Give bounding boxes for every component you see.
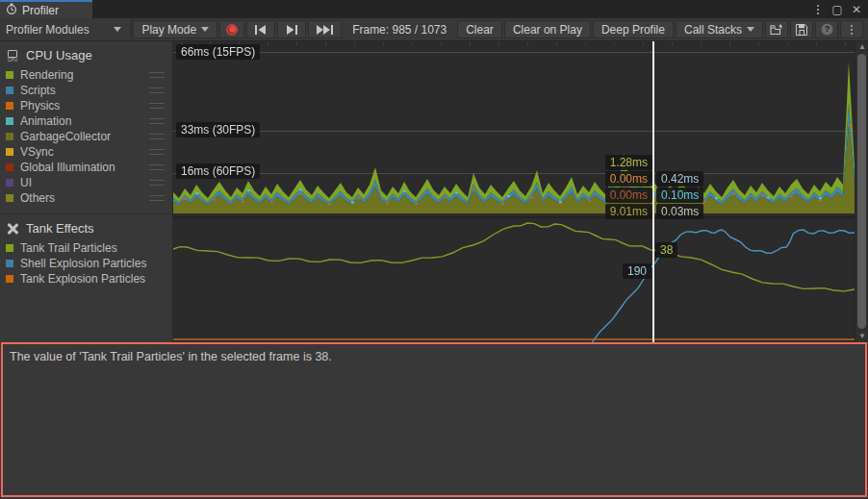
tooltip-rendering-value: 1.28ms: [605, 155, 652, 170]
tooltip-scripts-value: 0.42ms: [656, 171, 703, 187]
legend-swatch: [6, 87, 13, 94]
sidebar-item-shell-explosion-particles[interactable]: Shell Explosion Particles: [0, 256, 172, 271]
sidebar-item-global-illumination[interactable]: Global Illumination: [0, 160, 172, 175]
play-mode-label: Play Mode: [141, 23, 196, 37]
drag-handle-icon[interactable]: [149, 195, 165, 201]
legend-swatch: [6, 244, 13, 252]
clear-on-play-button[interactable]: Clear on Play: [504, 20, 591, 38]
sidebar-item-scripts[interactable]: Scripts: [0, 83, 172, 98]
save-profile-button[interactable]: [790, 20, 813, 38]
tab-profiler[interactable]: Profiler: [0, 0, 92, 18]
legend-swatch: [6, 179, 13, 187]
sidebar-item-tank-trail-particles[interactable]: Tank Trail Particles: [0, 240, 172, 256]
drag-handle-icon[interactable]: [149, 164, 165, 170]
frame-counter: Frame: 985 / 1073: [344, 20, 455, 38]
module-header-tank-effects[interactable]: Tank Effects: [0, 214, 172, 240]
tab-title: Profiler: [22, 4, 59, 17]
skip-back-icon: [255, 25, 267, 35]
title-bar: Profiler ▢ ✕: [0, 0, 868, 18]
legend-swatch: [6, 194, 13, 202]
chevron-down-icon: [747, 27, 754, 32]
legend-swatch: [6, 71, 13, 79]
drag-handle-icon[interactable]: [149, 72, 165, 78]
sidebar-item-tank-explosion-particles[interactable]: Tank Explosion Particles: [0, 271, 172, 287]
profiler-modules-dropdown[interactable]: Profiler Modules: [0, 18, 132, 40]
toolbar-menu-button[interactable]: [840, 20, 863, 38]
record-button[interactable]: [219, 20, 244, 38]
guide-label-33ms: 33ms (30FPS): [176, 122, 260, 137]
legend-swatch: [6, 275, 13, 283]
drag-handle-icon[interactable]: [149, 149, 165, 155]
drag-handle-icon[interactable]: [149, 134, 165, 139]
drag-handle-icon[interactable]: [149, 118, 165, 124]
legend-swatch: [6, 148, 13, 156]
drag-handle-icon[interactable]: [149, 180, 165, 186]
chevron-down-icon: [114, 27, 121, 32]
charts-scrollbar[interactable]: ▲ ▼: [855, 41, 868, 342]
legend-swatch: [6, 133, 13, 140]
legend-swatch: [6, 117, 13, 125]
play-mode-dropdown[interactable]: Play Mode: [133, 20, 217, 38]
legend-swatch: [6, 260, 13, 267]
tank-effects-chart[interactable]: [173, 218, 855, 342]
sidebar-item-physics[interactable]: Physics: [0, 98, 172, 113]
scroll-up-icon[interactable]: ▲: [855, 41, 868, 53]
step-forward-icon: [286, 25, 297, 35]
module-header-cpu-usage[interactable]: CPU CPU Usage: [0, 41, 172, 67]
tank-effects-panel: [173, 216, 855, 342]
sidebar-item-rendering[interactable]: Rendering: [0, 67, 172, 83]
call-stacks-dropdown[interactable]: Call Stacks: [676, 20, 763, 38]
drag-handle-icon[interactable]: [149, 87, 165, 93]
help-button[interactable]: ?: [815, 20, 838, 38]
profiler-clock-icon: [6, 3, 17, 17]
skip-forward-icon: [317, 25, 333, 35]
next-frame-button[interactable]: [277, 20, 306, 38]
charts-area: 66ms (15FPS) 33ms (30FPS) 16ms (60FPS) 1…: [173, 41, 855, 342]
load-profile-button[interactable]: [765, 20, 788, 38]
profiler-window: Profiler ▢ ✕ Profiler Modules Play Mode: [0, 0, 868, 499]
drag-handle-icon[interactable]: [149, 103, 165, 109]
tooltip-vsync-value: 0.03ms: [656, 204, 703, 219]
sidebar-item-ui[interactable]: UI: [0, 175, 172, 190]
legend-swatch: [6, 102, 13, 110]
kebab-menu-icon: [851, 25, 853, 35]
record-icon: [226, 24, 238, 36]
tooltip-physics-value: 0.00ms: [605, 171, 652, 187]
scrollbar-thumb[interactable]: [857, 54, 866, 329]
help-icon: ?: [821, 23, 833, 36]
profiler-modules-sidebar: CPU CPU Usage Rendering Scripts Physics …: [0, 41, 173, 342]
tooltip-others-value: 9.01ms: [605, 204, 652, 219]
legend-swatch: [6, 163, 13, 171]
toolbar: Profiler Modules Play Mode Frame: 985 / …: [0, 18, 868, 41]
profiler-modules-label: Profiler Modules: [6, 23, 89, 37]
first-frame-button[interactable]: [246, 20, 275, 38]
guide-label-66ms: 66ms (15FPS): [176, 44, 260, 60]
sidebar-item-others[interactable]: Others: [0, 190, 172, 206]
guide-label-16ms: 16ms (60FPS): [176, 163, 260, 179]
sidebar-item-animation[interactable]: Animation: [0, 113, 172, 129]
svg-text:?: ?: [824, 24, 829, 34]
sidebar-item-garbagecollector[interactable]: GarbageCollector: [0, 129, 172, 144]
tooltip-animation-value: 0.10ms: [656, 187, 703, 203]
window-close-icon[interactable]: ✕: [847, 0, 866, 18]
module-title: Tank Effects: [26, 221, 94, 236]
cpu-usage-chart[interactable]: [173, 41, 855, 216]
details-panel: The value of 'Tank Trail Particles' in t…: [1, 342, 867, 497]
chevron-down-icon: [201, 27, 209, 32]
shell-explosion-selected-value: 190: [623, 263, 651, 279]
save-icon: [796, 24, 807, 36]
deep-profile-button[interactable]: Deep Profile: [593, 20, 674, 38]
window-menu-icon[interactable]: [808, 0, 828, 18]
window-maximize-icon[interactable]: ▢: [828, 0, 847, 18]
module-title: CPU Usage: [26, 48, 92, 62]
details-message: The value of 'Tank Trail Particles' in t…: [10, 350, 332, 363]
tank-trail-selected-value: 38: [655, 242, 677, 258]
tooltip-gi-value: 0.00ms: [605, 187, 652, 203]
folder-open-icon: [770, 24, 783, 36]
sidebar-item-vsync[interactable]: VSync: [0, 144, 172, 160]
cpu-usage-icon: CPU: [6, 49, 19, 62]
clear-button[interactable]: Clear: [457, 20, 502, 38]
selected-frame-line[interactable]: [652, 41, 654, 342]
current-frame-button[interactable]: [308, 20, 342, 38]
scroll-down-icon[interactable]: ▼: [855, 331, 868, 342]
